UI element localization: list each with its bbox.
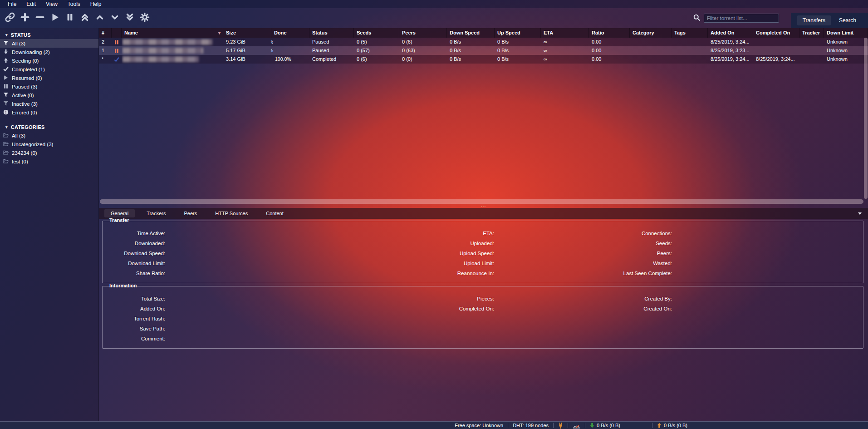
download-arrow-icon (3, 49, 9, 55)
panel-splitter-handle[interactable]: ... (99, 202, 868, 208)
menu-edit[interactable]: Edit (21, 0, 41, 8)
label-wasted: Wasted: (494, 261, 672, 266)
tab-search[interactable]: Search (834, 15, 862, 25)
cell-tags (672, 38, 708, 46)
sidebar-item-label: Active (0) (12, 93, 34, 98)
menu-tools[interactable]: Tools (63, 0, 85, 8)
categories-section-header[interactable]: ▾CATEGORIES (0, 123, 98, 131)
tab-general[interactable]: General (104, 209, 135, 217)
vertical-scrollbar[interactable] (864, 38, 868, 199)
col-header-category[interactable]: Category (630, 28, 672, 38)
cell-down-limit: Unknown (824, 55, 868, 64)
torrent-row[interactable]: * 3.14 GiB 100.0% Completed 0 (6) 0 (0) … (99, 55, 868, 64)
priority-down-button[interactable] (109, 13, 120, 24)
filter-icon (3, 40, 9, 47)
col-header-completed-on[interactable]: Completed On (753, 28, 799, 38)
sidebar-item-label: Inactive (3) (12, 101, 38, 107)
torrent-row[interactable]: 1 5.17 GiB 9.2% Paused 0 (57) 0 (63) 0 B… (99, 46, 868, 55)
col-header-ratio[interactable]: Ratio (589, 28, 630, 38)
tab-transfers[interactable]: Transfers (797, 15, 831, 25)
priority-bottom-button[interactable] (124, 13, 135, 24)
delete-torrent-button[interactable] (34, 13, 45, 24)
label-comment: Comment: (103, 336, 165, 341)
paused-state-icon (112, 46, 122, 55)
cell-seeds: 0 (6) (354, 55, 399, 64)
folder-icon (3, 133, 9, 139)
label-torrent-hash: Torrent Hash: (103, 316, 165, 321)
sidebar-item-paused[interactable]: Paused (3) (0, 82, 98, 91)
col-header-down-limit[interactable]: Down Limit (824, 28, 868, 38)
status-section-header[interactable]: ▾STATUS (0, 30, 98, 39)
download-speed-status[interactable]: 0 B/s (0 B) (590, 423, 620, 428)
folder-icon (3, 150, 9, 156)
col-header-size[interactable]: Size (223, 28, 271, 38)
add-torrent-link-button[interactable] (5, 13, 15, 24)
sidebar-item-label: Errored (0) (12, 110, 37, 115)
transfer-fieldset: Transfer Time Active:ETA:Connections: Do… (102, 221, 863, 283)
dht-nodes-label: DHT: 199 nodes (513, 423, 549, 428)
tab-http-sources[interactable]: HTTP Sources (209, 209, 254, 217)
sidebar-category-uncategorized[interactable]: Uncategorized (3) (0, 140, 98, 148)
torrent-row[interactable]: 2 9.23 GiB 0.4% Paused 0 (5) 0 (6) 0 B/s… (99, 38, 868, 46)
cell-size: 3.14 GiB (223, 55, 271, 64)
tab-content[interactable]: Content (260, 209, 290, 217)
priority-up-button[interactable] (94, 13, 105, 24)
download-speed-label: 0 B/s (0 B) (597, 423, 620, 428)
menu-file[interactable]: File (3, 0, 21, 8)
cell-down-limit: Unknown (824, 46, 868, 55)
col-header-name[interactable]: Name▾ (122, 28, 223, 38)
sidebar-item-resumed[interactable]: Resumed (0) (0, 74, 98, 82)
menu-help[interactable]: Help (85, 0, 107, 8)
chevron-down-icon[interactable] (858, 212, 862, 215)
col-header-done[interactable]: Done (271, 28, 309, 38)
cell-done: 0.4% (271, 38, 309, 46)
sidebar-item-errored[interactable]: Errored (0) (0, 108, 98, 117)
sidebar-category-234234[interactable]: 234234 (0) (0, 148, 98, 157)
filter-torrent-input[interactable] (704, 14, 779, 23)
cell-up-speed: 0 B/s (495, 38, 541, 46)
sidebar-item-downloading[interactable]: Downloading (2) (0, 48, 98, 56)
cell-size: 9.23 GiB (223, 38, 271, 46)
gear-icon (140, 12, 150, 24)
priority-top-button[interactable] (79, 13, 90, 24)
chevron-up-icon (95, 12, 105, 24)
cell-ratio: 0.00 (589, 38, 630, 46)
sidebar-item-completed[interactable]: Completed (1) (0, 65, 98, 74)
tab-trackers[interactable]: Trackers (140, 209, 172, 217)
sidebar-category-test[interactable]: test (0) (0, 157, 98, 166)
sidebar-item-all[interactable]: All (3) (0, 39, 98, 48)
add-torrent-file-button[interactable] (20, 13, 30, 24)
plus-icon (20, 12, 30, 24)
col-header-down-speed[interactable]: Down Speed (447, 28, 495, 38)
col-header-status[interactable]: Status (309, 28, 354, 38)
col-header-tracker[interactable]: Tracker (799, 28, 824, 38)
col-header-state[interactable] (112, 28, 122, 38)
label-upload-speed: Upload Speed: (165, 251, 494, 256)
sidebar-item-seeding[interactable]: Seeding (0) (0, 56, 98, 65)
paused-state-icon (112, 38, 122, 46)
folder-icon (3, 158, 9, 165)
col-header-number[interactable]: # (99, 28, 112, 38)
label-download-limit: Download Limit: (103, 261, 165, 266)
sidebar-item-inactive[interactable]: Inactive (3) (0, 99, 98, 108)
sidebar-category-all[interactable]: All (3) (0, 131, 98, 140)
sidebar-item-active[interactable]: Active (0) (0, 91, 98, 99)
col-header-up-speed[interactable]: Up Speed (495, 28, 541, 38)
alt-speed-limits-icon[interactable] (573, 422, 580, 429)
col-header-eta[interactable]: ETA (541, 28, 589, 38)
col-header-seeds[interactable]: Seeds (354, 28, 399, 38)
tab-peers[interactable]: Peers (178, 209, 204, 217)
col-header-peers[interactable]: Peers (399, 28, 447, 38)
upload-speed-status[interactable]: 0 B/s (0 B) (657, 423, 687, 428)
connection-status-icon[interactable] (558, 422, 563, 429)
menu-view[interactable]: View (41, 0, 63, 8)
cell-category (630, 38, 672, 46)
menu-bar: File Edit View Tools Help (0, 0, 868, 8)
col-header-tags[interactable]: Tags (672, 28, 708, 38)
col-header-added-on[interactable]: Added On (708, 28, 753, 38)
cell-number: 2 (99, 38, 112, 46)
cell-name-redacted (122, 55, 223, 64)
pause-button[interactable] (64, 13, 75, 24)
options-button[interactable] (139, 13, 150, 24)
resume-button[interactable] (49, 13, 60, 24)
